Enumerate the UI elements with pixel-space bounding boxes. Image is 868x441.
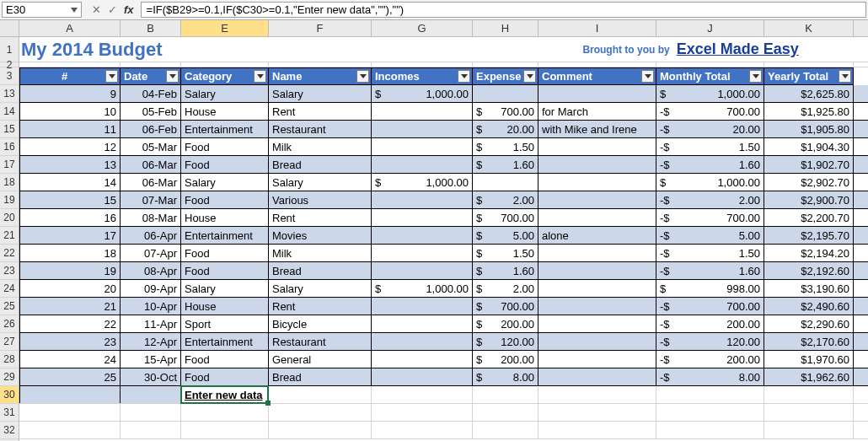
cell-comment[interactable]: with Mike and Irene	[538, 121, 656, 137]
cell-name[interactable]: Salary	[269, 85, 372, 102]
cell-incomes[interactable]	[372, 262, 473, 279]
cell-comment[interactable]	[538, 156, 656, 173]
cell-date[interactable]: 06-Mar	[121, 156, 181, 173]
cell-monthly[interactable]: -$1.50	[656, 245, 764, 261]
cell-I30[interactable]	[538, 386, 656, 403]
cell-category[interactable]: Entertainment	[181, 333, 269, 350]
cell-comment[interactable]: for March	[538, 103, 656, 120]
cell-category[interactable]: Food	[181, 191, 269, 208]
col-header-F[interactable]: F	[269, 20, 372, 36]
th-date[interactable]: Date	[121, 67, 181, 85]
filter-icon[interactable]	[839, 70, 851, 83]
cell-comment[interactable]	[538, 191, 656, 208]
table-row[interactable]: 1908-AprFoodBread$1.60-$1.60$2,192.60	[19, 262, 868, 280]
col-header-A[interactable]: A	[19, 20, 121, 36]
cell-name[interactable]: Restaurant	[269, 121, 372, 137]
cell-comment[interactable]	[538, 298, 656, 315]
table-row[interactable]: 1807-AprFoodMilk$1.50-$1.50$2,194.20	[19, 245, 868, 262]
cell-incomes[interactable]	[372, 103, 473, 120]
cell-category[interactable]: Food	[181, 368, 269, 385]
row-header-30[interactable]: 30	[0, 386, 19, 404]
cell-expense[interactable]: $1.60	[473, 156, 538, 173]
cell-name[interactable]: General	[269, 351, 372, 368]
cell-name[interactable]: Bread	[269, 368, 372, 385]
row-header-20[interactable]: 20	[0, 209, 19, 227]
table-row[interactable]: 1406-MarSalarySalary$1,000.00$1,000.00$2…	[19, 174, 868, 191]
cell-yearly[interactable]: $2,192.60	[764, 262, 854, 279]
cell-number[interactable]: 22	[19, 315, 121, 332]
cell-category[interactable]: Sport	[181, 315, 269, 332]
filter-icon[interactable]	[641, 70, 654, 83]
cell-expense[interactable]: $1.50	[473, 138, 538, 155]
cell-number[interactable]: 18	[19, 245, 121, 261]
filter-icon[interactable]	[356, 70, 369, 83]
cell-expense[interactable]: $700.00	[473, 103, 538, 120]
cell-name[interactable]: Milk	[269, 138, 372, 155]
cell-name[interactable]: Various	[269, 191, 372, 208]
row-header-28[interactable]: 28	[0, 351, 19, 368]
cell-incomes[interactable]: $1,000.00	[372, 174, 473, 191]
cell-number[interactable]: 11	[19, 121, 121, 137]
filter-icon[interactable]	[254, 70, 266, 83]
cell-date[interactable]: 09-Apr	[121, 280, 181, 297]
cell-number[interactable]: 24	[19, 351, 121, 368]
cell-incomes[interactable]	[372, 227, 473, 244]
cell-incomes[interactable]	[372, 333, 473, 350]
cell-yearly[interactable]: $1,904.30	[764, 138, 854, 155]
cell-yearly[interactable]: $1,925.80	[764, 103, 854, 120]
fx-icon[interactable]: fx	[124, 3, 134, 16]
table-row-new[interactable]: Enter new data	[19, 386, 868, 404]
cell-number[interactable]: 20	[19, 280, 121, 297]
cell-yearly[interactable]: $3,190.60	[764, 280, 854, 297]
cell-J30[interactable]	[656, 386, 764, 403]
table-row[interactable]: 2211-AprSportBicycle$200.00-$200.00$2,29…	[19, 315, 868, 333]
cell-date[interactable]: 10-Apr	[121, 298, 181, 315]
cell-date[interactable]: 05-Mar	[121, 138, 181, 155]
cell-number[interactable]: 25	[19, 368, 121, 385]
cell-expense[interactable]: $120.00	[473, 333, 538, 350]
filter-icon[interactable]	[458, 70, 470, 83]
cell-K30[interactable]	[764, 386, 854, 403]
cell-number[interactable]: 17	[19, 227, 121, 244]
cell-date[interactable]: 04-Feb	[121, 85, 181, 102]
cell-expense[interactable]: $8.00	[473, 368, 538, 385]
cell-name[interactable]: Milk	[269, 245, 372, 261]
table-row[interactable]: 1306-MarFoodBread$1.60-$1.60$1,902.70	[19, 156, 868, 174]
cell-incomes[interactable]	[372, 368, 473, 385]
cell-name[interactable]: Rent	[269, 298, 372, 315]
cell-expense[interactable]: $20.00	[473, 121, 538, 137]
row-header-14[interactable]: 14	[0, 103, 19, 121]
cell-date[interactable]: 30-Oct	[121, 368, 181, 385]
cell-comment[interactable]: alone	[538, 227, 656, 244]
cell-monthly[interactable]: -$1.50	[656, 138, 764, 155]
cell-B30[interactable]	[121, 386, 181, 403]
cell-name[interactable]: Salary	[269, 174, 372, 191]
table-row[interactable]: 2110-AprHouseRent$700.00-$700.00$2,490.6…	[19, 298, 868, 315]
cell-comment[interactable]	[538, 280, 656, 297]
cell-comment[interactable]	[538, 245, 656, 261]
cell-comment[interactable]	[538, 174, 656, 191]
cell-yearly[interactable]: $2,625.80	[764, 85, 854, 102]
row-header-24[interactable]: 24	[0, 280, 19, 298]
cell-number[interactable]: 13	[19, 156, 121, 173]
cell-yearly[interactable]: $2,194.20	[764, 245, 854, 261]
row-header-19[interactable]: 19	[0, 191, 19, 209]
cell-date[interactable]: 11-Apr	[121, 315, 181, 332]
row-header-22[interactable]: 22	[0, 245, 19, 262]
cell-date[interactable]: 07-Mar	[121, 191, 181, 208]
empty-row[interactable]	[19, 404, 868, 422]
cell-yearly[interactable]: $1,902.70	[764, 156, 854, 173]
cell-comment[interactable]	[538, 368, 656, 385]
cell-monthly[interactable]: -$700.00	[656, 298, 764, 315]
cell-category[interactable]: Food	[181, 245, 269, 261]
th-monthly[interactable]: Monthly Total	[656, 67, 764, 85]
cell-comment[interactable]	[538, 333, 656, 350]
cell-incomes[interactable]	[372, 156, 473, 173]
cell-category[interactable]: Food	[181, 138, 269, 155]
cell-category[interactable]: Salary	[181, 85, 269, 102]
cell-category[interactable]: Entertainment	[181, 227, 269, 244]
cell-number[interactable]: 12	[19, 138, 121, 155]
cells-area[interactable]: My 2014 Budget Brought to you by Excel M…	[19, 37, 868, 441]
cell-expense[interactable]	[473, 174, 538, 191]
col-header-B[interactable]: B	[121, 20, 181, 36]
